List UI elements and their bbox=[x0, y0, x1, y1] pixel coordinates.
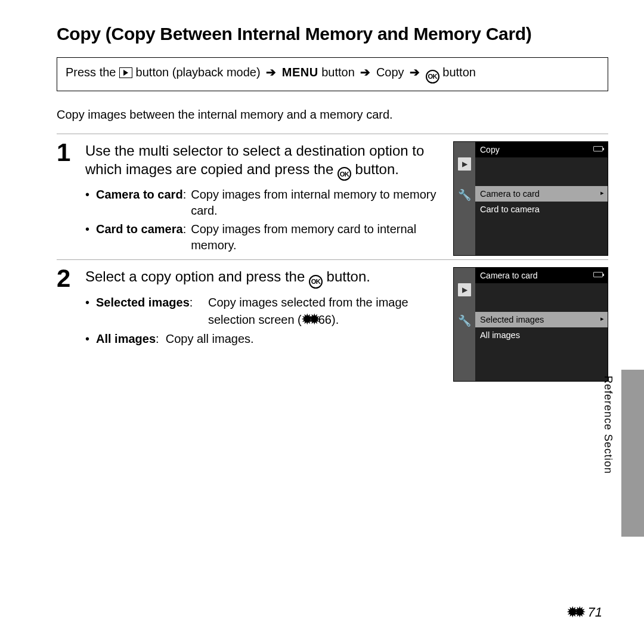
term: All images bbox=[96, 332, 156, 345]
menu-item-selected-images[interactable]: Selected images bbox=[475, 312, 608, 327]
step-heading: Select a copy option and press the OK bu… bbox=[85, 267, 442, 289]
navigation-path-box: Press the button (playback mode) ➔ MENU … bbox=[57, 57, 608, 91]
bullet-selected-images: Selected images: Copy images selected fr… bbox=[85, 295, 442, 329]
path-copy: Copy bbox=[376, 66, 407, 79]
divider bbox=[57, 134, 608, 134]
arrow-right-icon: ➔ bbox=[360, 65, 370, 79]
description: Copy images selected from the image sele… bbox=[208, 295, 442, 329]
wrench-tab-icon: 🔧 bbox=[458, 314, 471, 327]
description: Copy images from memory card to internal… bbox=[191, 221, 442, 253]
ok-button-icon: OK bbox=[426, 70, 439, 83]
path-suffix: button bbox=[442, 66, 476, 79]
page-number: ✹✹ 71 bbox=[567, 605, 602, 620]
path-seg3: button bbox=[321, 66, 358, 79]
camera-menu-title: Copy bbox=[475, 142, 608, 157]
step1-head-b: button. bbox=[351, 161, 399, 177]
battery-icon bbox=[593, 272, 603, 277]
term: Selected images bbox=[96, 296, 190, 309]
playback-tab-icon: ▶ bbox=[458, 283, 471, 296]
step-2: 2 Select a copy option and press the OK … bbox=[57, 267, 608, 382]
menu-item-camera-to-card[interactable]: Camera to card bbox=[475, 186, 608, 202]
wrench-tab-icon: 🔧 bbox=[458, 188, 471, 202]
menu-item-card-to-camera[interactable]: Card to camera bbox=[475, 202, 608, 217]
arrow-right-icon: ➔ bbox=[410, 65, 420, 79]
camera-menu-title: Camera to card bbox=[475, 268, 608, 283]
step-heading: Use the multi selector to select a desti… bbox=[85, 141, 442, 181]
bullet-all-images: All images: Copy all images. bbox=[85, 331, 442, 347]
page-number-value: 71 bbox=[588, 605, 602, 620]
path-seg2: button (playback mode) bbox=[136, 66, 264, 79]
camera-screen-1: ▶ 🔧 Copy Camera to card Card to camera bbox=[453, 141, 608, 256]
page-title: Copy (Copy Between Internal Memory and M… bbox=[57, 24, 608, 44]
divider bbox=[57, 259, 608, 260]
bullet-camera-to-card: Camera to card: Copy images from interna… bbox=[85, 187, 442, 219]
path-prefix: Press the bbox=[66, 66, 119, 79]
camera-screen-2: ▶ 🔧 Camera to card Selected images All i… bbox=[453, 267, 608, 382]
cam-title-text: Copy bbox=[480, 145, 500, 154]
playback-tab-icon: ▶ bbox=[458, 157, 471, 171]
step2-head-b: button. bbox=[323, 268, 370, 284]
menu-item-all-images[interactable]: All images bbox=[475, 327, 608, 343]
reference-icon: ✹✹ bbox=[567, 605, 581, 620]
playback-icon bbox=[119, 67, 132, 78]
step-1: 1 Use the multi selector to select a des… bbox=[57, 141, 608, 256]
cam-title-text: Camera to card bbox=[480, 271, 537, 280]
desc-ref: 66 bbox=[318, 313, 332, 326]
bullet-card-to-camera: Card to camera: Copy images from memory … bbox=[85, 221, 442, 253]
description: Copy all images. bbox=[166, 332, 254, 345]
camera-sidebar: ▶ 🔧 bbox=[454, 142, 475, 255]
battery-icon bbox=[593, 146, 603, 151]
description: Copy images from internal memory to memo… bbox=[191, 187, 442, 219]
arrow-right-icon: ➔ bbox=[266, 65, 276, 79]
camera-sidebar: ▶ 🔧 bbox=[454, 268, 475, 381]
menu-label: MENU bbox=[282, 66, 318, 79]
section-tab bbox=[621, 370, 644, 537]
step-number: 1 bbox=[57, 141, 77, 256]
term: Camera to card bbox=[96, 188, 183, 201]
reference-icon: ✹✹ bbox=[302, 311, 316, 329]
desc-b: ). bbox=[332, 313, 339, 326]
step2-head-a: Select a copy option and press the bbox=[85, 268, 309, 284]
intro-text: Copy images between the internal memory … bbox=[57, 108, 608, 122]
term: Card to camera bbox=[96, 222, 183, 236]
section-label: Reference Section bbox=[602, 376, 614, 474]
ok-button-icon: OK bbox=[309, 275, 323, 289]
ok-button-icon: OK bbox=[338, 167, 351, 181]
step-number: 2 bbox=[57, 267, 77, 382]
